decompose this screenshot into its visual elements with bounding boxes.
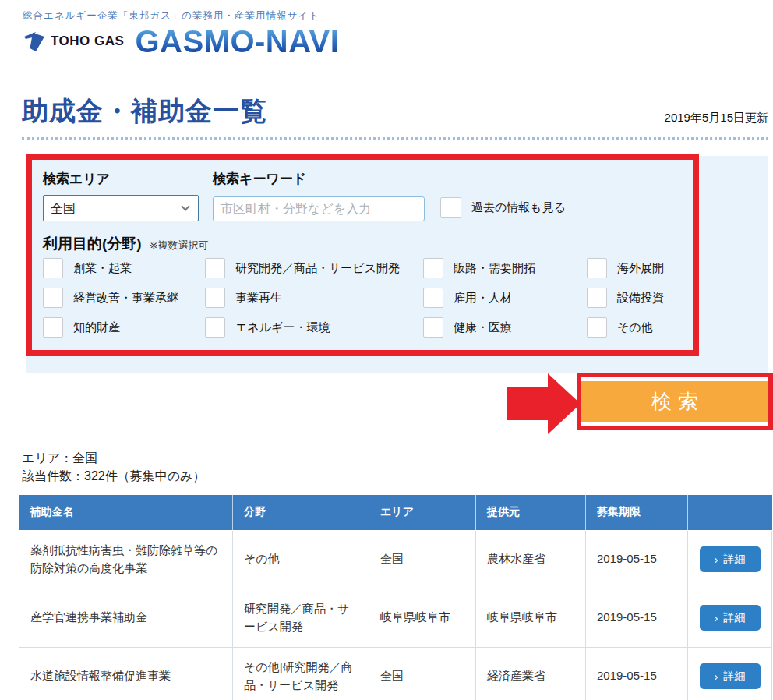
toho-gas-logo-text: TOHO GAS (51, 34, 124, 49)
category-checkbox[interactable] (43, 258, 63, 278)
cell-deadline: 2019-05-15 (586, 530, 688, 589)
chevron-right-icon: › (715, 612, 718, 624)
search-panel: 検索エリア 全国 検索キーワード 過去の情報も見る 利用目的(分野) ※複数選択… (26, 156, 768, 373)
col-header-provider: 提供元 (476, 495, 586, 530)
search-area-select[interactable]: 全国 (43, 195, 199, 221)
col-header-area: エリア (369, 495, 476, 530)
category-option[interactable]: 経営改善・事業承継 (43, 288, 205, 308)
category-label: エネルギー・環境 (235, 320, 330, 335)
category-checkbox[interactable] (587, 288, 607, 308)
detail-button[interactable]: › 詳細 (700, 605, 761, 631)
page: 総合エネルギー企業「東邦ガス」の業務用・産業用情報サイト TOHO GAS GA… (0, 0, 773, 700)
category-label: 経営改善・事業承継 (73, 291, 178, 306)
cell-category: その他 (233, 530, 369, 589)
detail-button-label: 詳細 (724, 670, 746, 684)
category-checkbox[interactable] (205, 317, 225, 338)
category-label: 事業再生 (235, 291, 282, 306)
search-area-label: 検索エリア (43, 170, 110, 188)
category-option[interactable]: 知的財産 (43, 317, 205, 338)
site-logo[interactable]: TOHO GAS GASMO-NAVI (23, 26, 339, 57)
result-count-text: 該当件数：322件（募集中のみ） (22, 467, 205, 485)
category-label: 健康・医療 (454, 320, 512, 335)
chevron-right-icon: › (715, 670, 718, 682)
chevron-right-icon: › (715, 553, 718, 565)
toho-gas-logo-icon (23, 30, 46, 53)
cell-category: その他|研究開発／商品・サービス開発 (233, 647, 369, 700)
category-checkbox[interactable] (423, 317, 443, 338)
category-checkbox[interactable] (43, 288, 63, 308)
category-checkbox[interactable] (43, 317, 63, 338)
search-button-highlight: 検索 (577, 373, 773, 430)
category-checkbox[interactable] (205, 258, 225, 278)
title-divider (22, 137, 768, 140)
category-option[interactable]: 海外展開 (587, 258, 727, 278)
category-label: 海外展開 (617, 261, 664, 276)
category-label: 雇用・人材 (454, 291, 512, 306)
past-info-option[interactable]: 過去の情報も見る (440, 197, 566, 218)
category-checkbox[interactable] (205, 288, 225, 308)
category-label: 創業・起業 (73, 261, 132, 276)
detail-button-label: 詳細 (724, 611, 746, 625)
category-option[interactable]: 設備投資 (587, 288, 727, 308)
col-header-deadline: 募集期限 (586, 495, 688, 530)
category-option[interactable]: エネルギー・環境 (205, 317, 423, 338)
cell-name: 産学官連携事業補助金 (19, 589, 233, 647)
purpose-label: 利用目的(分野) (43, 234, 142, 254)
highlight-arrow-icon (507, 387, 549, 420)
table-row: 水道施設情報整備促進事業 その他|研究開発／商品・サービス開発 全国 経済産業省… (19, 647, 772, 700)
result-summary: エリア：全国 該当件数：322件（募集中のみ） (22, 449, 205, 485)
result-area-text: エリア：全国 (22, 449, 205, 467)
category-checkbox[interactable] (423, 258, 443, 278)
search-keyword-label: 検索キーワード (213, 170, 306, 188)
cell-name: 薬剤抵抗性病害虫・難防除雑草等の防除対策の高度化事業 (19, 530, 233, 589)
col-header-name: 補助金名 (19, 495, 233, 530)
site-name: GASMO-NAVI (135, 26, 339, 57)
category-label: 研究開発／商品・サービス開発 (235, 261, 400, 276)
category-checkbox[interactable] (423, 288, 443, 308)
search-button[interactable]: 検索 (581, 381, 768, 422)
cell-provider: 経済産業省 (476, 647, 586, 700)
cell-area: 全国 (369, 647, 476, 700)
category-checkbox[interactable] (587, 317, 607, 338)
grants-table: 補助金名 分野 エリア 提供元 募集期限 薬剤抵抗性病害虫・難防除雑草等の防除対… (19, 495, 772, 700)
updated-date: 2019年5月15日更新 (665, 111, 768, 126)
cell-detail: › 詳細 (688, 589, 772, 647)
category-checkbox[interactable] (587, 258, 607, 278)
category-option[interactable]: 創業・起業 (43, 258, 205, 278)
search-keyword-input[interactable] (213, 196, 425, 221)
cell-detail: › 詳細 (688, 530, 772, 589)
table-row: 薬剤抵抗性病害虫・難防除雑草等の防除対策の高度化事業 その他 全国 農林水産省 … (19, 530, 772, 589)
detail-button-label: 詳細 (724, 553, 746, 567)
table-header-row: 補助金名 分野 エリア 提供元 募集期限 (19, 495, 772, 530)
detail-button[interactable]: › 詳細 (700, 546, 761, 572)
category-label: その他 (617, 320, 653, 335)
cell-area: 全国 (369, 530, 476, 589)
category-label: 販路・需要開拓 (454, 261, 535, 276)
highlight-arrow-icon (548, 373, 581, 434)
category-option[interactable]: その他 (587, 317, 727, 338)
cell-detail: › 詳細 (688, 647, 772, 700)
col-header-category: 分野 (233, 495, 369, 530)
category-option[interactable]: 事業再生 (205, 288, 423, 308)
past-info-label: 過去の情報も見る (471, 200, 566, 215)
col-header-detail (688, 495, 772, 530)
category-option[interactable]: 販路・需要開拓 (423, 258, 587, 278)
cell-name: 水道施設情報整備促進事業 (19, 647, 233, 700)
detail-button[interactable]: › 詳細 (700, 663, 761, 689)
site-tagline: 総合エネルギー企業「東邦ガス」の業務用・産業用情報サイト (23, 9, 319, 23)
table-row: 産学官連携事業補助金 研究開発／商品・サービス開発 岐阜県岐阜市 岐阜県岐阜市 … (19, 589, 772, 647)
category-option[interactable]: 雇用・人材 (423, 288, 587, 308)
past-info-checkbox[interactable] (440, 197, 461, 218)
purpose-note: ※複数選択可 (150, 239, 209, 253)
category-label: 設備投資 (617, 291, 664, 306)
cell-deadline: 2019-05-15 (586, 589, 688, 647)
cell-deadline: 2019-05-15 (586, 647, 688, 700)
cell-provider: 農林水産省 (476, 530, 586, 589)
cell-provider: 岐阜県岐阜市 (476, 589, 586, 647)
category-option[interactable]: 研究開発／商品・サービス開発 (205, 258, 423, 278)
cell-area: 岐阜県岐阜市 (369, 589, 476, 647)
category-checkbox-grid: 創業・起業 研究開発／商品・サービス開発 販路・需要開拓 海外展開 経営改善・事… (43, 258, 727, 338)
category-option[interactable]: 健康・医療 (423, 317, 587, 338)
cell-category: 研究開発／商品・サービス開発 (233, 589, 369, 647)
page-title: 助成金・補助金一覧 (22, 94, 267, 129)
